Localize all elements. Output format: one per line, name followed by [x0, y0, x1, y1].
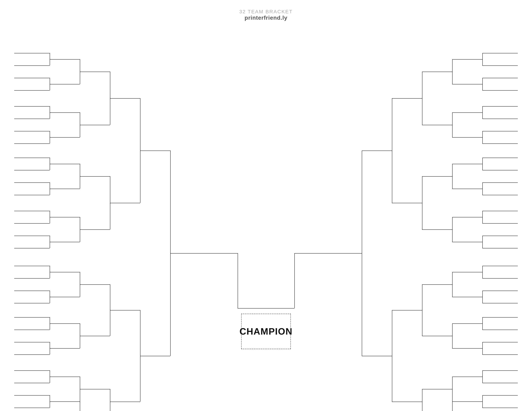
connector-line — [452, 323, 453, 348]
connector-line — [422, 389, 422, 411]
result-line — [50, 377, 80, 377]
connector-line — [452, 377, 453, 402]
team-line — [482, 195, 518, 195]
connector-line — [482, 158, 483, 170]
result-line — [50, 272, 80, 272]
team-line — [482, 119, 518, 119]
team-line — [482, 158, 518, 158]
finalist-line — [202, 253, 238, 253]
team-line — [14, 90, 50, 91]
result-line — [452, 164, 482, 164]
header: 32 TEAM BRACKET printerfriend.ly — [0, 0, 532, 21]
result-line — [330, 253, 362, 253]
result-line — [80, 176, 110, 177]
team-line — [482, 78, 518, 78]
result-line — [362, 150, 392, 151]
connector-line — [452, 272, 453, 297]
result-line — [110, 402, 140, 402]
team-line — [482, 383, 518, 383]
result-line — [50, 242, 80, 242]
team-line — [14, 211, 50, 211]
team-line — [482, 408, 518, 408]
team-line — [482, 143, 518, 144]
result-line — [452, 272, 482, 272]
connector-line — [482, 78, 483, 90]
result-line — [362, 356, 392, 356]
team-line — [14, 106, 50, 107]
team-line — [482, 53, 518, 53]
connector-line — [482, 53, 483, 65]
connector-line — [362, 150, 362, 356]
result-line — [80, 336, 110, 336]
team-line — [482, 317, 518, 318]
team-line — [482, 330, 518, 330]
team-line — [482, 291, 518, 291]
team-line — [14, 236, 50, 236]
result-line — [422, 284, 452, 285]
team-line — [14, 170, 50, 170]
result-line — [80, 389, 110, 389]
team-line — [482, 223, 518, 224]
team-line — [14, 78, 50, 78]
team-line — [14, 355, 50, 355]
connector-line — [482, 266, 483, 278]
result-line — [392, 98, 422, 99]
result-line — [452, 217, 482, 217]
result-line — [50, 402, 80, 402]
team-line — [14, 370, 50, 371]
result-line — [452, 348, 482, 349]
team-line — [14, 182, 50, 183]
team-line — [14, 119, 50, 119]
connector-line — [80, 402, 80, 411]
team-line — [482, 211, 518, 211]
result-line — [80, 72, 110, 72]
result-line — [452, 377, 482, 377]
result-line — [452, 242, 482, 242]
result-line — [422, 389, 452, 389]
result-line — [422, 176, 452, 177]
team-line — [14, 278, 50, 279]
finalist-line — [294, 253, 330, 253]
team-line — [482, 395, 518, 396]
team-line — [14, 303, 50, 303]
result-line — [452, 297, 482, 297]
connector-line — [482, 236, 483, 248]
result-line — [422, 336, 452, 336]
result-line — [50, 59, 80, 60]
team-line — [14, 330, 50, 330]
team-line — [14, 158, 50, 158]
connector-line — [482, 106, 483, 119]
connector-line — [482, 182, 483, 195]
result-line — [50, 137, 80, 138]
connector-line — [452, 59, 453, 84]
connector-line — [482, 395, 483, 408]
team-line — [14, 131, 50, 131]
result-line — [422, 72, 452, 72]
result-line — [452, 323, 482, 324]
team-line — [482, 131, 518, 131]
result-line — [80, 125, 110, 125]
result-line — [392, 402, 422, 402]
connector-line — [482, 370, 483, 383]
result-line — [422, 125, 452, 125]
connector-line — [452, 402, 453, 411]
team-line — [482, 236, 518, 236]
team-line — [14, 266, 50, 266]
team-line — [14, 342, 50, 342]
team-line — [482, 65, 518, 66]
result-line — [50, 217, 80, 217]
team-line — [14, 248, 50, 248]
team-line — [14, 291, 50, 291]
result-line — [392, 203, 422, 203]
connector-line — [452, 112, 453, 137]
connector-line — [452, 164, 453, 189]
champion-box: CHAMPION — [241, 314, 291, 349]
result-line — [50, 164, 80, 164]
result-line — [50, 189, 80, 189]
result-line — [452, 112, 482, 113]
result-line — [422, 229, 452, 230]
team-line — [482, 278, 518, 279]
team-line — [482, 342, 518, 342]
connector-line — [482, 131, 483, 143]
connector-line — [422, 284, 422, 336]
